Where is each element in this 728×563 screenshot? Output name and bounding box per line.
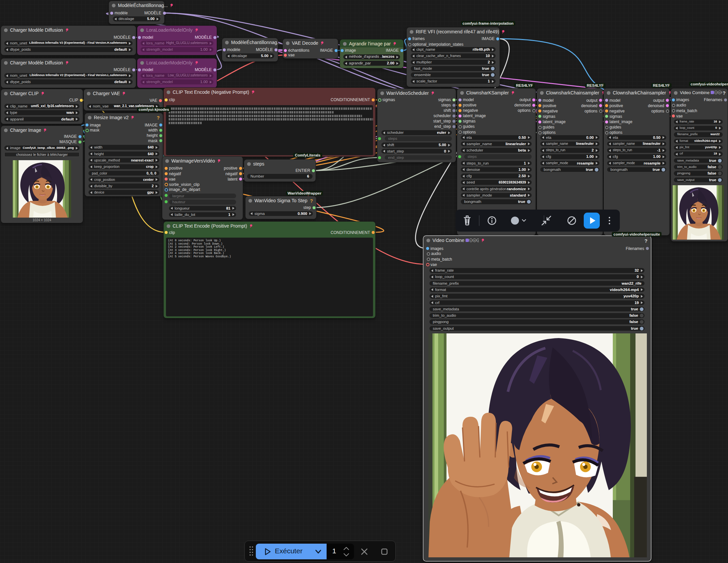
svg-text:V: V (715, 91, 717, 94)
svg-text:H: H (719, 91, 721, 94)
svg-text:H: H (474, 239, 476, 242)
svg-text:V: V (470, 239, 472, 242)
svg-text:S: S (478, 239, 479, 242)
